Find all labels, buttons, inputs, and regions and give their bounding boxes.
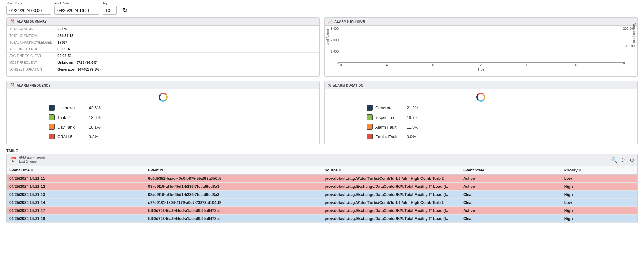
sort-icon: ⇅ [485,169,488,172]
x-tick: 4 [386,63,388,67]
col-event-id[interactable]: Event Id⇅ [145,166,322,175]
table-row[interactable]: 04/25/2024 14:21:17fd60d703-5fa3-44cd-a1… [7,207,637,215]
summary-row: TOTAL DURATION451:37:15 [7,32,319,39]
table-row[interactable]: 04/25/2024 14:21:14c77c9181-1804-4179-a0… [7,199,637,207]
alarm-icon: ⏰ [10,19,15,24]
legend-item[interactable]: CRAH 53.3% [49,134,316,139]
top-input[interactable] [103,6,117,15]
summary-row: ACG TIME TO ACK00:09:43 [7,46,319,53]
cell-state: Active [461,175,562,183]
col-event-state[interactable]: Event State⇅ [461,166,562,175]
duration-legend: Generator21.2%Inspection16.7%Alarm Fault… [328,105,633,139]
x-tick: 0 [340,63,342,67]
cell-priority: High [562,191,637,199]
legend-item[interactable]: Unknown43.6% [49,105,316,111]
sort-icon: ⇅ [579,169,581,172]
cell-time: 04/25/2024 14:21:18 [7,215,145,223]
cell-state: Clear [461,191,562,199]
table-row[interactable]: 04/25/2024 14:21:1208ac9f16-a8fe-4bd1-b2… [7,183,637,191]
table-row[interactable]: 04/25/2024 14:21:1308ac9f16-a8fe-4bd1-b2… [7,191,637,199]
table-row[interactable]: 04/25/2024 14:21:18fd60d703-5fa3-44cd-a1… [7,215,637,223]
legend-percent: 43.6% [89,105,101,110]
cell-source: prov:default:/tag:Exchange/DataCenter/KP… [322,191,461,199]
cell-id: 08ac9f16-a8fe-4bd1-b236-7fcba6fcd8a3 [145,183,322,191]
legend-percent: 11.8% [407,125,418,129]
table-row[interactable]: 04/25/2024 14:21:116c0d5351-baae-40c0-b8… [7,175,637,183]
table-section-title: TABLE [6,149,638,153]
end-date-input[interactable] [54,6,99,15]
top-filter: Top [103,1,117,15]
cell-source: prov:default:/tag:Water/Turbs/CombTurb2:… [322,175,461,183]
end-date-filter: End Date [54,1,99,15]
legend-label: Tank 2 [57,115,86,120]
chart-icon: 📈 [328,19,333,24]
legend-swatch [367,134,373,139]
y-tick: 200,000 [623,27,636,30]
alarm-icon: ⏰ [10,83,15,88]
alarm-summary-panel: ⏰ ALARM SUMMARY TOTAL ALARMS25276TOTAL D… [6,17,320,77]
alarms-by-hour-title: ALARMS BY HOUR [334,20,365,23]
search-icon[interactable]: 🔍 [611,157,617,163]
summary-row: LONGEST DURATIONGenerator - 147481 (9.1%… [7,66,319,73]
legend-item[interactable]: Inspection16.7% [367,114,633,120]
summary-value: 451:37:15 [55,32,319,39]
summary-value: 00:09:43 [55,46,319,53]
cell-id: c77c9181-1804-4179-a0e7-73373af104d9 [145,199,322,207]
y-tick: 100,000 [623,44,636,48]
calendar-clock-icon: 📅 [10,157,16,163]
alarm-summary-title: ALARM SUMMARY [17,20,47,23]
bar-groups[interactable] [339,28,624,63]
alarm-frequency-title: ALARM FREQUENCY [17,84,51,87]
legend-label: Equip. Fault [375,134,404,139]
summary-row: TOTAL ALARMS25276 [7,26,319,32]
cell-time: 04/25/2024 14:21:13 [7,191,145,199]
loading-spinner-icon [476,93,485,102]
alarms-by-hour-panel: 📈 ALARMS BY HOUR # of Alarms Duration (s… [324,17,638,77]
cell-time: 04/25/2024 14:21:17 [7,207,145,215]
start-date-input[interactable] [6,6,51,15]
legend-swatch [49,105,55,111]
x-tick: 8 [432,63,434,67]
cell-state: Clear [461,199,562,207]
alarm-duration-title: ALARM DURATION [333,84,363,87]
col-priority[interactable]: Priority⇅ [562,166,637,175]
col-source[interactable]: Source⇅ [322,166,461,175]
legend-item[interactable]: Generator21.2% [367,105,633,111]
cell-source: prov:default:/tag:Exchange/DataCenter/KP… [322,183,461,191]
legend-item[interactable]: Tank 218.6% [49,114,316,120]
x-tick: 20 [574,63,577,67]
start-date-filter: Start Date [6,1,51,15]
filter-bar: Start Date End Date Top ↻ [6,1,638,15]
legend-item[interactable]: Equip. Fault9.9% [367,134,633,139]
cell-priority: Low [562,175,637,183]
summary-value: Unknown - 6713 (26.6%) [55,59,319,66]
summary-row: MOST FREQUENTUnknown - 6713 (26.6%) [7,59,319,66]
cell-source: prov:default:/tag:Exchange/DataCenter/KP… [322,215,461,223]
legend-swatch [49,114,55,120]
sort-icon: ⇅ [339,169,341,172]
y-tick: 0 [623,61,636,65]
legend-label: Inspection [375,115,404,120]
legend-item[interactable]: Alarm Fault11.8% [367,124,633,130]
refresh-button[interactable]: ↻ [120,6,130,15]
legend-label: Alarm Fault [375,125,404,129]
cell-id: 6c0d5351-baae-40c0-b875-55a0f8a9b0a5 [145,175,322,183]
loading-spinner-icon [159,93,168,102]
x-ticks: 0481216200 [339,63,624,67]
legend-swatch [49,124,55,130]
summary-key: TOTAL UNACKNOWLEDGED [7,39,55,46]
summary-key: MOST FREQUENT [7,59,55,66]
cell-source: prov:default:/tag:Water/Turbs/CombTurb1:… [322,199,461,207]
summary-key: AVG TIME TO CLEAR [7,53,55,59]
gear-icon[interactable]: ⚙ [630,157,634,163]
legend-item[interactable]: Day Tank18.1% [49,124,316,130]
col-event-time[interactable]: Event Time⇅ [7,166,145,175]
sort-icon: ⇅ [31,169,33,172]
filter-icon[interactable]: ⚞ [621,157,626,163]
alarm-frequency-panel: ⏰ ALARM FREQUENCY Unknown43.6%Tank 218.6… [6,81,320,144]
y-right-ticks: 200,000100,0000 [623,27,636,65]
y-tick: 1,000 [329,50,339,53]
cell-id: fd60d703-5fa3-44cd-a1ae-a8b95a6478ee [145,215,322,223]
summary-row: TOTAL UNACKNOWLEDGED17067 [7,39,319,46]
summary-key: LONGEST DURATION [7,66,55,73]
